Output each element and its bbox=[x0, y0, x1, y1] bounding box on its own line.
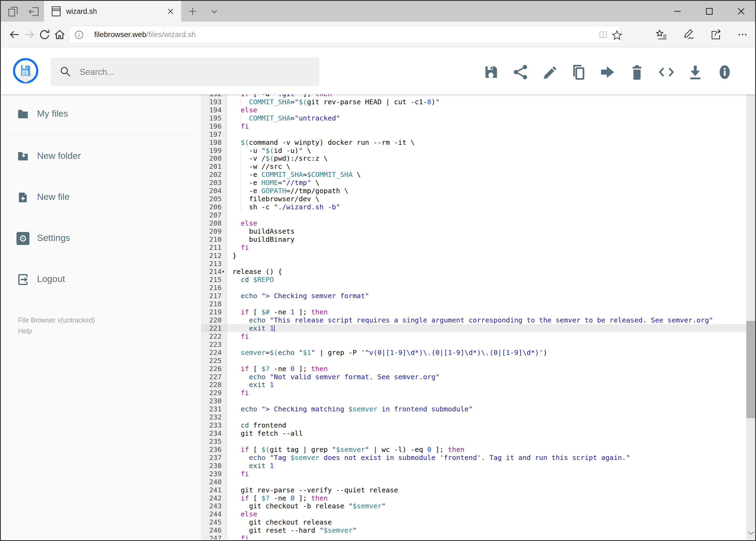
code-line[interactable]: 218 bbox=[201, 300, 746, 308]
code-line[interactable]: 242 if [ $? -ne 0 ]; then bbox=[201, 494, 746, 502]
code-line[interactable]: 226 if [ $? -ne 0 ]; then bbox=[201, 365, 746, 373]
code-line[interactable]: 239 fi bbox=[201, 470, 746, 478]
scrollbar-track[interactable] bbox=[746, 71, 756, 539]
vertical-scrollbar[interactable] bbox=[746, 47, 756, 539]
code-line[interactable]: 216 bbox=[201, 283, 746, 292]
code-line[interactable]: 204 -e GOPATH=//tmp/gopath \ bbox=[201, 187, 746, 195]
code-editor[interactable]: 192 if [ -d ".git" ]; then193 COMMIT_SHA… bbox=[201, 94, 746, 539]
tab-preview-icon[interactable] bbox=[7, 6, 19, 18]
code-line[interactable]: 219 if [ $# -ne 1 ]; then bbox=[201, 308, 746, 316]
refresh-icon[interactable] bbox=[38, 28, 51, 41]
code-line[interactable]: 215 cd $REPO bbox=[201, 275, 746, 283]
save-icon[interactable] bbox=[483, 64, 500, 81]
share-file-icon[interactable] bbox=[512, 64, 529, 81]
code-line[interactable]: 243 git checkout -b release "$semver" bbox=[201, 502, 746, 510]
new-tab-icon[interactable] bbox=[186, 5, 199, 18]
code-line[interactable]: 230 bbox=[201, 397, 746, 405]
code-line[interactable]: 236 if [ $(git tag | grep "$semver" | wc… bbox=[201, 445, 746, 453]
code-line[interactable]: 195 COMMIT_SHA="untracked" bbox=[201, 114, 746, 122]
fold-arrow-icon[interactable]: ▾ bbox=[222, 268, 224, 276]
code-line[interactable]: 201 -w //src \ bbox=[201, 162, 746, 171]
code-line[interactable]: 244 else bbox=[201, 510, 746, 518]
copy-icon[interactable] bbox=[570, 64, 587, 81]
code-line[interactable]: 206 sh -c "./wizard.sh -b" bbox=[201, 203, 746, 211]
set-tabs-aside-icon[interactable] bbox=[28, 6, 40, 18]
address-bar[interactable]: filebrowser.web/files/wizard.sh bbox=[69, 26, 620, 43]
sidebar-item-logout[interactable]: Logout bbox=[1, 267, 201, 292]
code-line[interactable]: 193 COMMIT_SHA="$(git rev-parse HEAD | c… bbox=[201, 98, 746, 106]
sidebar-item-new-file[interactable]: New file bbox=[1, 185, 201, 211]
sidebar-item-my-files[interactable]: My files bbox=[1, 101, 201, 127]
window-maximize-button[interactable] bbox=[697, 5, 721, 18]
code-line[interactable]: 202 -e COMMIT_SHA=$COMMIT_SHA \ bbox=[201, 171, 746, 179]
favorite-star-icon[interactable] bbox=[611, 29, 622, 40]
address-url[interactable]: filebrowser.web/files/wizard.sh bbox=[94, 30, 196, 39]
code-line[interactable]: 225 bbox=[201, 356, 746, 365]
delete-icon[interactable] bbox=[629, 64, 645, 81]
hub-favorites-icon[interactable] bbox=[655, 28, 668, 41]
code-line[interactable]: 217 echo "> Checking semver format" bbox=[201, 292, 746, 300]
move-icon[interactable] bbox=[599, 64, 616, 81]
code-line[interactable]: 210 buildBinary bbox=[201, 235, 746, 244]
code-line[interactable]: 223 bbox=[201, 340, 746, 348]
code-line[interactable]: 207 bbox=[201, 211, 746, 219]
code-line[interactable]: 213 bbox=[201, 260, 746, 268]
code-line[interactable]: 240 bbox=[201, 478, 746, 486]
code-line[interactable]: 229 fi bbox=[201, 389, 746, 397]
raw-code-icon[interactable] bbox=[658, 64, 675, 81]
window-close-button[interactable] bbox=[729, 5, 753, 18]
code-line[interactable]: 194 else bbox=[201, 106, 746, 114]
code-line[interactable]: 238 exit 1 bbox=[201, 462, 746, 470]
sidebar-item-settings[interactable]: ⚙ Settings bbox=[1, 226, 201, 252]
scroll-down-icon[interactable] bbox=[747, 529, 755, 537]
code-line[interactable]: 227 echo "Not valid semver format. See s… bbox=[201, 373, 746, 381]
code-line[interactable]: 224 semver=$(echo "$1" | grep -P '^v(0|[… bbox=[201, 348, 746, 356]
sidebar-item-new-folder[interactable]: New folder bbox=[1, 144, 201, 169]
code-line[interactable]: 246 git reset --hard "$semver" bbox=[201, 526, 746, 534]
forward-icon[interactable] bbox=[23, 28, 36, 41]
code-line[interactable]: 228 exit 1 bbox=[201, 380, 746, 389]
code-line[interactable]: 232 bbox=[201, 413, 746, 421]
code-line[interactable]: 237 echo "Tag $semver does not exist in … bbox=[201, 453, 746, 462]
code-line[interactable]: 235 bbox=[201, 437, 746, 445]
tab-list-chevron-icon[interactable] bbox=[208, 5, 220, 18]
code-line[interactable]: 197 bbox=[201, 130, 746, 138]
search-box[interactable] bbox=[51, 58, 319, 86]
code-line[interactable]: 241 git rev-parse --verify --quiet relea… bbox=[201, 486, 746, 494]
code-line[interactable]: 245 git checkout release bbox=[201, 518, 746, 526]
code-line[interactable]: 205 filebrowser/dev \ bbox=[201, 195, 746, 203]
code-line[interactable]: 231 echo "> Checking matching $semver in… bbox=[201, 405, 746, 413]
reading-view-icon[interactable] bbox=[598, 29, 609, 40]
home-icon[interactable] bbox=[53, 28, 66, 41]
page-info-icon[interactable] bbox=[74, 29, 85, 40]
rename-icon[interactable] bbox=[541, 64, 558, 81]
code-line[interactable]: 247 fi bbox=[201, 534, 746, 539]
share-icon[interactable] bbox=[709, 28, 722, 41]
code-line[interactable]: 200 -v /$(pwd):/src:z \ bbox=[201, 154, 746, 162]
code-line[interactable]: 203 -e HOME="//tmp" \ bbox=[201, 179, 746, 187]
filebrowser-logo[interactable] bbox=[13, 58, 39, 84]
help-link[interactable]: Help bbox=[18, 327, 32, 335]
tab-close-icon[interactable] bbox=[166, 7, 175, 16]
code-line[interactable]: 214▾release () { bbox=[201, 268, 746, 275]
code-line[interactable]: 198 $(command -v winpty) docker run --rm… bbox=[201, 138, 746, 146]
search-input[interactable] bbox=[79, 58, 311, 86]
code-line[interactable]: 220 echo "This release script requires a… bbox=[201, 316, 746, 324]
code-line[interactable]: 233 cd frontend bbox=[201, 421, 746, 429]
download-icon[interactable] bbox=[687, 64, 704, 81]
code-line[interactable]: 209 buildAssets bbox=[201, 227, 746, 235]
annotate-pen-icon[interactable] bbox=[682, 28, 695, 41]
back-icon[interactable] bbox=[8, 28, 21, 41]
info-icon[interactable] bbox=[716, 64, 733, 81]
code-line[interactable]: 212} bbox=[201, 252, 746, 260]
scrollbar-thumb[interactable] bbox=[746, 321, 756, 418]
code-line-active[interactable]: 221 exit 1 bbox=[201, 324, 746, 332]
code-line[interactable]: 199 -u "$(id -u)" \ bbox=[201, 146, 746, 155]
code-line[interactable]: 222 fi bbox=[201, 332, 746, 340]
code-line[interactable]: 211 fi bbox=[201, 244, 746, 252]
tab-wizard-sh[interactable]: wizard.sh bbox=[44, 1, 181, 22]
more-icon[interactable] bbox=[736, 28, 749, 41]
window-minimize-button[interactable] bbox=[665, 5, 690, 18]
code-line[interactable]: 208 else bbox=[201, 219, 746, 227]
code-line[interactable]: 192 if [ -d ".git" ]; then bbox=[201, 94, 746, 98]
